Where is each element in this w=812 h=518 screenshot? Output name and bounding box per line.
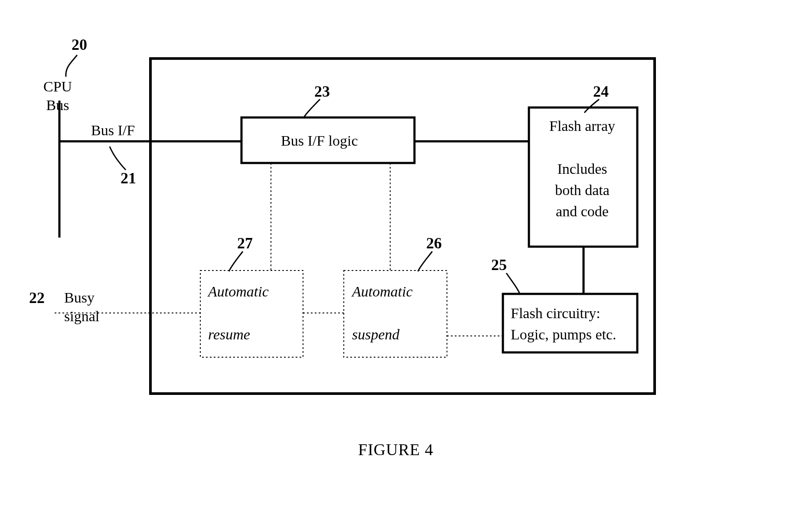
bus-if-logic-label: Bus I/F logic <box>281 130 358 151</box>
ref-21: 21 <box>121 169 136 187</box>
ref-24: 24 <box>593 82 609 101</box>
ref-20: 20 <box>72 36 87 54</box>
figure-caption: FIGURE 4 <box>358 440 434 459</box>
ref-22: 22 <box>29 289 45 307</box>
ref-26: 26 <box>426 234 442 252</box>
ref-23: 23 <box>314 82 330 101</box>
cpu-bus-label: CPU Bus <box>43 78 72 114</box>
busy-signal-label: Busy signal <box>64 289 99 326</box>
auto-suspend-label: Automatic suspend <box>352 281 413 345</box>
ref-27: 27 <box>237 234 253 252</box>
flash-circuitry-label: Flash circuitry: Logic, pumps etc. <box>511 303 616 345</box>
ref-25: 25 <box>491 256 507 274</box>
flash-array-label: Flash array Includes both data and code <box>543 115 621 222</box>
bus-if-label: Bus I/F <box>91 121 135 140</box>
auto-resume-label: Automatic resume <box>208 281 269 345</box>
